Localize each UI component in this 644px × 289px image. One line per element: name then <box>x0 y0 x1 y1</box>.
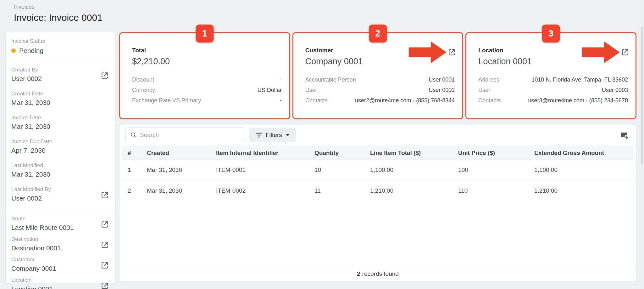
field-value: Mar 31, 2030 <box>11 98 109 107</box>
row-value: User 0003 <box>602 85 628 95</box>
card-title: Location <box>478 47 628 54</box>
scrollbar-thumb[interactable] <box>641 27 643 164</box>
search-input[interactable] <box>140 132 240 139</box>
line-items-table: # Created Item Internal Identifier Quant… <box>122 146 634 201</box>
row-value: - <box>280 95 282 106</box>
col-header-created: Created <box>147 150 216 156</box>
location-name: Location 0001 <box>478 57 628 66</box>
summary-cards-row: 1 Total $2,210.00 Discount - Currency US… <box>119 32 636 119</box>
records-found-footer: 2 records found <box>119 266 636 281</box>
card-row-exchange-rate: Exchange Rate VS Primary - <box>132 95 282 106</box>
field-label: Location <box>11 277 109 284</box>
field-value: Apr 7, 2030 <box>11 146 109 155</box>
col-header-line-total: Line Item Total ($) <box>370 150 458 156</box>
breadcrumb[interactable]: Invoices <box>14 4 103 10</box>
external-link-icon[interactable] <box>101 282 109 289</box>
invoice-status-value: Pending <box>11 46 109 55</box>
chevron-down-icon <box>286 134 290 136</box>
row-value: 1010 N. Florida Ave, Tampa, FL 33602 <box>531 75 628 85</box>
col-header-unit-price: Unit Price ($) <box>458 150 534 156</box>
cell-unit-price: 110 <box>458 187 534 194</box>
cell-item-id: ITEM-0002 <box>216 187 314 194</box>
table-toolbar: Filters ⚙ <box>119 125 636 146</box>
svg-text:⚙: ⚙ <box>625 135 628 140</box>
table-header-row: # Created Item Internal Identifier Quant… <box>122 146 634 160</box>
card-row-user: User User 0003 <box>478 85 628 95</box>
col-header-quantity: Quantity <box>314 150 370 156</box>
filters-button[interactable]: Filters <box>249 128 296 142</box>
cell-quantity: 11 <box>314 187 370 194</box>
invoice-meta-section: Created By User 0002 Created Date Mar 31… <box>6 60 115 209</box>
cell-extended-gross: 1,210.00 <box>534 187 634 194</box>
external-link-icon[interactable] <box>101 191 109 199</box>
annotation-badge-2: 2 <box>369 25 387 42</box>
card-row-contacts: Contacts user2@route4me.com · (855) 768-… <box>305 95 455 106</box>
field-value: Company 0001 <box>11 264 109 273</box>
cell-index: 2 <box>128 187 147 194</box>
column-settings-button[interactable]: ⚙ <box>619 131 629 141</box>
field-value: User 0002 <box>11 74 109 83</box>
cell-index: 1 <box>128 167 147 173</box>
external-link-icon[interactable] <box>101 261 109 269</box>
cell-created: Mar 31, 2030 <box>147 167 216 173</box>
total-card: 1 Total $2,210.00 Discount - Currency US… <box>119 32 290 119</box>
search-icon <box>130 132 137 138</box>
field-value: User 0002 <box>11 194 109 202</box>
field-label: Route <box>11 215 109 222</box>
row-label: Exchange Rate VS Primary <box>132 95 201 106</box>
row-label: User <box>305 85 317 95</box>
field-invoice-date: Invoice Date Mar 31, 2030 <box>11 114 109 131</box>
field-label: Invoice Due Date <box>11 138 109 145</box>
col-header-extended-gross: Extended Gross Amount <box>534 150 634 156</box>
field-label: Last Modified By <box>11 186 109 193</box>
row-value: US Dollar <box>258 85 282 95</box>
field-location: Location Location 0001 <box>11 277 109 289</box>
col-header-item-id: Item Internal Identifier <box>216 150 314 156</box>
field-value: Last Mile Route 0001 <box>11 223 109 232</box>
invoice-details-sidebar: Invoice Status Pending Created By User 0… <box>5 31 115 284</box>
field-value: Location 0001 <box>11 285 109 289</box>
filter-icon <box>256 132 262 138</box>
row-label: User <box>478 85 490 95</box>
row-label: Contacts <box>478 95 501 106</box>
annotation-badge-3: 3 <box>542 25 560 42</box>
row-label: Currency <box>132 85 155 95</box>
vertical-scrollbar[interactable] <box>640 0 644 289</box>
invoice-links-section: Route Last Mile Route 0001 Destination D… <box>6 209 115 289</box>
open-customer-icon[interactable] <box>448 48 456 56</box>
card-row-address: Address 1010 N. Florida Ave, Tampa, FL 3… <box>478 75 628 85</box>
invoice-status-label: Invoice Status <box>11 38 109 45</box>
external-link-icon[interactable] <box>101 241 109 249</box>
cell-created: Mar 31, 2030 <box>147 187 216 194</box>
cell-line-total: 1,210.00 <box>370 187 458 194</box>
filters-label: Filters <box>266 132 282 139</box>
status-pending-dot-icon <box>11 48 16 53</box>
total-amount: $2,210.00 <box>132 57 282 66</box>
row-label: Accountable Person <box>305 75 356 85</box>
table-row[interactable]: 1 Mar 31, 2030 ITEM-0001 10 1,100.00 100… <box>122 160 634 180</box>
card-row-currency: Currency US Dollar <box>132 85 282 95</box>
page-header: Invoices Invoice: Invoice 0001 <box>14 4 103 23</box>
open-location-icon[interactable] <box>621 48 629 56</box>
field-created-date: Created Date Mar 31, 2030 <box>11 90 109 107</box>
row-value: user3@route4me.com · (855) 234-5678 <box>528 95 628 106</box>
field-label: Created Date <box>11 90 109 97</box>
columns-gear-icon: ⚙ <box>620 131 629 140</box>
field-label: Invoice Date <box>11 114 109 121</box>
external-link-icon[interactable] <box>101 71 109 80</box>
field-created-by: Created By User 0002 <box>11 66 109 83</box>
col-header-index: # <box>128 150 147 156</box>
row-value: - <box>280 75 282 85</box>
field-last-modified-by: Last Modified By User 0002 <box>11 186 109 202</box>
table-row[interactable]: 2 Mar 31, 2030 ITEM-0002 11 1,210.00 110… <box>122 180 634 201</box>
search-box[interactable] <box>125 128 245 142</box>
cell-item-id: ITEM-0001 <box>216 167 314 173</box>
location-card: 3 Location Location 0001 Address 1010 N.… <box>465 32 636 119</box>
external-link-icon[interactable] <box>101 220 109 229</box>
annotation-badge-1: 1 <box>196 25 214 42</box>
page-title: Invoice: Invoice 0001 <box>14 12 103 23</box>
cell-unit-price: 100 <box>458 167 534 173</box>
field-destination: Destination Destination 0001 <box>11 236 109 252</box>
row-label: Contacts <box>305 95 328 106</box>
field-invoice-due-date: Invoice Due Date Apr 7, 2030 <box>11 138 109 155</box>
